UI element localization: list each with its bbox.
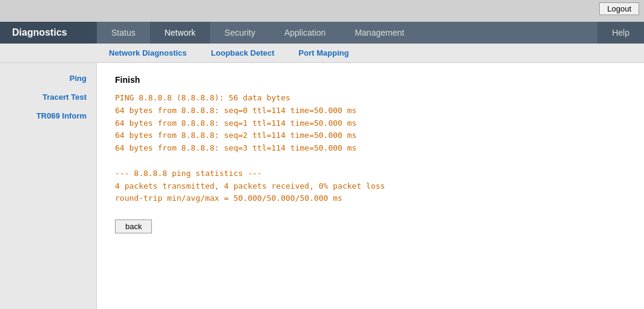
nav-item-management[interactable]: Management	[340, 22, 419, 44]
sidebar-item-tr069-inform[interactable]: TR069 Inform	[0, 106, 96, 125]
ping-line-1: PING 8.8.8.8 (8.8.8.8): 56 data bytes	[115, 92, 626, 105]
main-content: Finish PING 8.8.8.8 (8.8.8.8): 56 data b…	[97, 63, 644, 309]
ping-output: PING 8.8.8.8 (8.8.8.8): 56 data bytes 64…	[115, 92, 626, 205]
sidebar: Ping Tracert Test TR069 Inform	[0, 63, 97, 309]
ping-line-5: 64 bytes from 8.8.8.8: seq=3 ttl=114 tim…	[115, 142, 626, 155]
subnav-item-port-mapping[interactable]: Port Mapping	[286, 45, 361, 61]
nav-item-network[interactable]: Network	[150, 22, 210, 44]
nav-help-button[interactable]: Help	[597, 22, 644, 44]
subnav-item-loopback-detect[interactable]: Loopback Detect	[199, 45, 287, 61]
top-bar: Logout	[0, 0, 644, 22]
nav-item-status[interactable]: Status	[97, 22, 150, 44]
sub-nav: Network Diagnostics Loopback Detect Port…	[0, 44, 644, 63]
nav-item-application[interactable]: Application	[270, 22, 341, 44]
nav-item-security[interactable]: Security	[210, 22, 270, 44]
main-nav: Diagnostics Status Network Security Appl…	[0, 22, 644, 44]
sidebar-item-tracert-test[interactable]: Tracert Test	[0, 88, 96, 106]
ping-line-4: 64 bytes from 8.8.8.8: seq=2 ttl=114 tim…	[115, 129, 626, 142]
logout-button[interactable]: Logout	[599, 2, 639, 15]
finish-label: Finish	[115, 75, 626, 85]
ping-line-7: --- 8.8.8.8 ping statistics ---	[115, 168, 626, 180]
logout-area: Logout	[599, 2, 639, 19]
back-button[interactable]: back	[115, 220, 152, 233]
ping-line-2: 64 bytes from 8.8.8.8: seq=0 ttl=114 tim…	[115, 105, 626, 117]
subnav-item-network-diagnostics[interactable]: Network Diagnostics	[97, 45, 199, 61]
content-layout: Ping Tracert Test TR069 Inform Finish PI…	[0, 63, 644, 309]
ping-line-8: 4 packets transmitted, 4 packets receive…	[115, 180, 626, 193]
ping-line-9: round-trip min/avg/max = 50.000/50.000/5…	[115, 192, 626, 205]
nav-items: Status Network Security Application Mana…	[97, 22, 597, 44]
ping-line-3: 64 bytes from 8.8.8.8: seq=1 ttl=114 tim…	[115, 117, 626, 130]
sidebar-item-ping[interactable]: Ping	[0, 69, 96, 88]
app-title: Diagnostics	[0, 22, 97, 44]
